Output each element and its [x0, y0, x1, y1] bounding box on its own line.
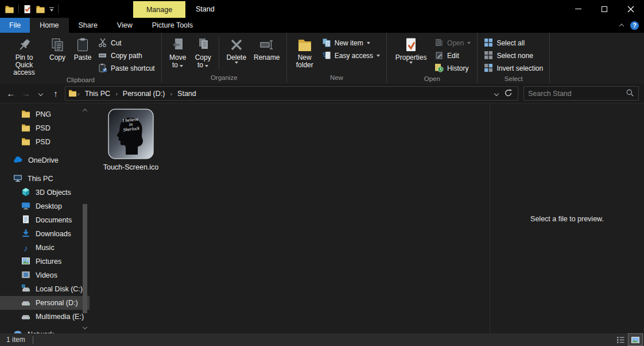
scroll-down-icon[interactable] [83, 325, 87, 329]
maximize-button[interactable] [591, 0, 618, 18]
paste-shortcut-button[interactable]: Paste shortcut [95, 62, 158, 75]
tab-picture-tools[interactable]: Picture Tools [142, 18, 203, 33]
scrollbar-thumb[interactable] [83, 204, 87, 313]
move-to-icon [170, 36, 185, 54]
move-to-button[interactable]: Move to [165, 34, 191, 69]
tab-manage[interactable]: Manage [133, 1, 185, 18]
refresh-icon[interactable] [504, 89, 513, 99]
breadcrumb[interactable]: › This PC › Personal (D:) › Stand [65, 86, 518, 101]
file-item-touch-screen[interactable]: I believe in Sherlock Touch-Screen.ico [102, 109, 160, 171]
history-icon [434, 63, 444, 74]
sidebar-item-png[interactable]: PNG [0, 107, 90, 121]
details-view-button[interactable] [614, 334, 627, 345]
forward-button[interactable]: → [18, 86, 33, 101]
help-icon[interactable]: ? [630, 21, 639, 30]
document-icon [21, 215, 30, 225]
select-none-button[interactable]: Select none [481, 49, 546, 62]
thumbnail-view-button[interactable] [629, 334, 642, 345]
tab-file[interactable]: File [0, 18, 30, 33]
sidebar-item-music[interactable]: ♪Music [0, 241, 90, 255]
paste-shortcut-icon [98, 63, 107, 74]
scroll-up-icon[interactable] [83, 109, 87, 113]
file-thumbnail[interactable]: I believe in Sherlock [108, 109, 154, 159]
dropdown-caret [367, 42, 370, 44]
search-icon[interactable] [626, 89, 634, 99]
cut-button[interactable]: Cut [95, 37, 158, 49]
copy-button[interactable]: Copy [45, 34, 70, 61]
recent-locations-button[interactable] [33, 86, 48, 101]
copy-to-button[interactable]: Copy to [191, 34, 216, 69]
tab-view[interactable]: View [107, 18, 142, 33]
crumb-this-pc[interactable]: This PC [80, 90, 115, 98]
pin-icon [17, 36, 32, 54]
sidebar-item-videos[interactable]: Videos [0, 268, 90, 282]
dropdown-caret [205, 65, 208, 67]
search-input[interactable] [528, 90, 626, 98]
sidebar-item-pictures[interactable]: Pictures [0, 255, 90, 268]
invert-selection-icon [484, 63, 493, 74]
desktop-icon [21, 201, 30, 212]
sidebar-scrollbar[interactable] [82, 105, 88, 333]
explorer-folder-icon[interactable] [5, 5, 14, 13]
address-dropdown-icon[interactable] [494, 91, 499, 95]
sidebar-item-this-pc[interactable]: This PC [0, 172, 90, 186]
main-area: PNG PSD PSD OneDrive This PC 3D Objects … [0, 104, 644, 333]
sidebar-item-downloads[interactable]: Downloads [0, 227, 90, 241]
sidebar-item-multimedia-e[interactable]: Multimedia (E:) [0, 310, 90, 324]
history-button[interactable]: History [432, 62, 474, 75]
tab-home[interactable]: Home [30, 18, 68, 33]
easy-access-label: Easy access [335, 52, 373, 60]
sidebar-item-onedrive[interactable]: OneDrive [0, 153, 90, 167]
delete-icon [229, 36, 244, 54]
details-view-icon [616, 336, 625, 344]
music-note-icon: ♪ [21, 244, 30, 252]
crumb-drive[interactable]: Personal (D:) [118, 90, 170, 98]
copy-path-icon [98, 51, 107, 61]
crumb-current[interactable]: Stand [173, 90, 201, 98]
copy-path-button[interactable]: Copy path [95, 49, 158, 62]
sidebar-item-desktop[interactable]: Desktop [0, 199, 90, 213]
folder-icon [21, 137, 30, 147]
preview-pane: Select a file to preview. [490, 104, 644, 333]
copy-icon [50, 36, 65, 54]
easy-access-button[interactable]: Easy access [319, 49, 383, 62]
collapse-ribbon-icon[interactable] [619, 24, 624, 28]
sidebar-item-psd-2[interactable]: PSD [0, 135, 90, 149]
delete-button[interactable]: Delete [222, 34, 251, 64]
properties-button[interactable]: Properties [390, 34, 432, 64]
paste-button[interactable]: Paste [70, 34, 95, 61]
address-bar: ← → ↑ › This PC › Personal (D:) › Stand [0, 84, 644, 103]
rename-button[interactable]: Rename [251, 34, 283, 61]
dropdown-caret [467, 42, 471, 44]
folder-icon [21, 124, 30, 133]
up-icon: ↑ [53, 89, 58, 98]
sidebar-item-psd-1[interactable]: PSD [0, 121, 90, 135]
sidebar-item-network[interactable]: Network [0, 328, 90, 333]
new-folder-icon [297, 36, 313, 54]
minimize-button[interactable] [565, 0, 591, 18]
easy-access-icon [322, 51, 331, 61]
sidebar-item-local-disk-c[interactable]: Local Disk (C:) [0, 282, 90, 296]
new-group-label: New [287, 72, 386, 83]
back-button[interactable]: ← [3, 86, 18, 101]
properties-shortcut-icon[interactable] [23, 5, 32, 14]
new-item-button[interactable]: New item [319, 37, 383, 49]
edit-button[interactable]: Edit [432, 49, 474, 62]
close-button[interactable] [618, 0, 644, 18]
edit-icon [434, 51, 444, 61]
tab-share[interactable]: Share [69, 18, 107, 33]
select-all-button[interactable]: Select all [481, 37, 546, 49]
new-folder-shortcut-icon[interactable] [36, 5, 45, 13]
pin-to-quick-access-button[interactable]: Pin to Quick access [3, 34, 45, 76]
select-all-icon [484, 38, 493, 49]
customize-toolbar-dropdown-icon[interactable] [49, 6, 54, 12]
search-box[interactable] [523, 86, 639, 101]
invert-selection-button[interactable]: Invert selection [481, 62, 546, 75]
up-button[interactable]: ↑ [48, 86, 63, 101]
group-inner-separator [219, 37, 219, 70]
new-folder-button[interactable]: New folder [290, 34, 319, 69]
open-button[interactable]: Open [432, 37, 474, 49]
sidebar-item-documents[interactable]: Documents [0, 213, 90, 227]
sidebar-item-personal-d[interactable]: Personal (D:) [0, 296, 90, 310]
sidebar-item-3d-objects[interactable]: 3D Objects [0, 186, 90, 199]
